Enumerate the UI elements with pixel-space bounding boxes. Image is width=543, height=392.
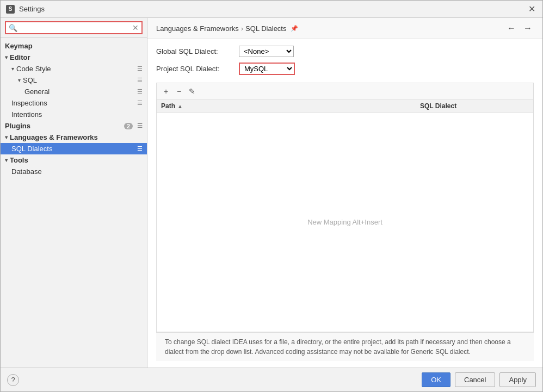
sidebar-item-keymap-label: Keymap xyxy=(5,42,143,50)
search-clear-button[interactable]: ✕ xyxy=(132,23,139,32)
sidebar-item-editor-label: Editor xyxy=(10,53,143,61)
panel-back-button[interactable]: ← xyxy=(505,22,517,34)
right-panel: Languages & Frameworks › SQL Dialects 📌 … xyxy=(147,18,542,368)
sidebar-item-sql-dialects-label: SQL Dialects xyxy=(11,145,135,153)
search-input-wrapper: 🔍 SQL Dialects ✕ xyxy=(5,21,143,34)
plugins-settings-icon: ☰ xyxy=(137,122,143,129)
bottom-right: OK Cancel Apply xyxy=(422,372,536,387)
mapping-table-section: + − ✎ Path ▲ SQL Dialect N xyxy=(156,83,534,332)
panel-footer-info: To change SQL dialect IDEA uses for a fi… xyxy=(156,332,534,361)
sidebar-item-tools-label: Tools xyxy=(10,156,143,164)
sidebar-item-inspections[interactable]: Inspections ☰ xyxy=(1,97,147,109)
panel-navigation: ← → xyxy=(505,22,534,34)
sql-chevron: ▾ xyxy=(18,77,21,83)
table-header-dialect: SQL Dialect xyxy=(420,102,529,110)
edit-mapping-button[interactable]: ✎ xyxy=(186,85,198,97)
sidebar-item-general[interactable]: General ☰ xyxy=(1,86,147,97)
project-dialect-row: Project SQL Dialect: <None> MySQL Postgr… xyxy=(156,63,534,75)
languages-chevron: ▾ xyxy=(5,134,8,140)
sidebar-item-sql[interactable]: ▾ SQL ☰ xyxy=(1,74,147,86)
title-bar-left: S Settings xyxy=(6,5,45,14)
empty-table-hint: New Mapping Alt+Insert xyxy=(307,218,382,226)
breadcrumb-pin-icon: 📌 xyxy=(291,25,298,32)
sidebar-item-sql-label: SQL xyxy=(23,76,135,84)
panel-forward-button[interactable]: → xyxy=(522,22,534,34)
sidebar-item-code-style[interactable]: ▾ Code Style ☰ xyxy=(1,63,147,74)
close-button[interactable]: ✕ xyxy=(526,4,537,15)
table-body: New Mapping Alt+Insert xyxy=(157,113,533,332)
sidebar-item-inspections-label: Inspections xyxy=(11,99,135,107)
sidebar-item-intentions-label: Intentions xyxy=(11,110,143,119)
ok-button[interactable]: OK xyxy=(422,372,451,387)
search-input[interactable]: SQL Dialects xyxy=(20,24,130,32)
plugins-badge: 2 xyxy=(124,123,133,129)
breadcrumb: Languages & Frameworks › SQL Dialects 📌 xyxy=(156,24,298,33)
sql-dialects-settings-icon: ☰ xyxy=(137,145,143,152)
bottom-bar: ? OK Cancel Apply xyxy=(1,368,542,391)
sidebar-item-code-style-label: Code Style xyxy=(16,65,135,73)
sidebar-item-database-label: Database xyxy=(11,167,143,176)
table-toolbar: + − ✎ xyxy=(157,83,533,100)
tools-chevron: ▾ xyxy=(5,157,8,163)
breadcrumb-part1: Languages & Frameworks xyxy=(156,24,239,33)
project-dialect-select[interactable]: <None> MySQL PostgreSQL SQLite Oracle SQ… xyxy=(239,63,295,75)
sidebar-item-tools[interactable]: ▾ Tools xyxy=(1,154,147,166)
window-title: Settings xyxy=(19,5,45,13)
breadcrumb-part2: SQL Dialects xyxy=(245,24,286,33)
sidebar-item-database[interactable]: Database xyxy=(1,166,147,177)
settings-window: S Settings ✕ 🔍 SQL Dialects ✕ Keymap xyxy=(0,0,543,392)
global-dialect-select[interactable]: <None> MySQL PostgreSQL SQLite Oracle SQ… xyxy=(239,46,294,57)
apply-button[interactable]: Apply xyxy=(499,372,536,387)
path-sort-arrow: ▲ xyxy=(177,103,183,109)
cancel-button[interactable]: Cancel xyxy=(455,372,495,387)
editor-chevron: ▾ xyxy=(5,54,8,60)
search-box: 🔍 SQL Dialects ✕ xyxy=(1,18,147,38)
breadcrumb-separator: › xyxy=(241,24,243,33)
panel-body: Global SQL Dialect: <None> MySQL Postgre… xyxy=(147,39,542,368)
app-icon: S xyxy=(6,5,15,14)
search-icon: 🔍 xyxy=(9,24,17,32)
bottom-left: ? xyxy=(7,374,19,386)
main-content: 🔍 SQL Dialects ✕ Keymap ▾ Editor ▾ xyxy=(1,18,542,368)
footer-info-text: To change SQL dialect IDEA uses for a fi… xyxy=(165,338,511,356)
sidebar-item-languages-label: Languages & Frameworks xyxy=(10,133,143,141)
sidebar: 🔍 SQL Dialects ✕ Keymap ▾ Editor ▾ xyxy=(1,18,147,368)
title-bar: S Settings ✕ xyxy=(1,1,542,18)
table-header: Path ▲ SQL Dialect xyxy=(157,100,533,113)
global-dialect-row: Global SQL Dialect: <None> MySQL Postgre… xyxy=(156,46,534,57)
global-dialect-label: Global SQL Dialect: xyxy=(156,47,232,55)
code-style-chevron: ▾ xyxy=(11,66,14,72)
code-style-settings-icon: ☰ xyxy=(137,65,143,72)
add-mapping-button[interactable]: + xyxy=(160,85,172,97)
general-settings-icon: ☰ xyxy=(137,88,143,95)
sidebar-item-general-label: General xyxy=(24,88,135,96)
sidebar-item-keymap[interactable]: Keymap xyxy=(1,40,147,52)
sidebar-item-editor[interactable]: ▾ Editor xyxy=(1,52,147,63)
sidebar-item-plugins[interactable]: Plugins 2 ☰ xyxy=(1,120,147,132)
help-button[interactable]: ? xyxy=(7,374,19,386)
remove-mapping-button[interactable]: − xyxy=(173,85,185,97)
sidebar-item-languages-frameworks[interactable]: ▾ Languages & Frameworks xyxy=(1,132,147,143)
inspections-settings-icon: ☰ xyxy=(137,99,143,107)
sidebar-item-intentions[interactable]: Intentions xyxy=(1,109,147,120)
sidebar-item-plugins-label: Plugins xyxy=(5,122,124,130)
panel-header: Languages & Frameworks › SQL Dialects 📌 … xyxy=(147,18,542,39)
nav-tree: Keymap ▾ Editor ▾ Code Style ☰ ▾ SQL ☰ xyxy=(1,38,147,368)
sidebar-item-sql-dialects[interactable]: SQL Dialects ☰ xyxy=(1,143,147,154)
table-header-path: Path ▲ xyxy=(161,102,420,110)
project-dialect-label: Project SQL Dialect: xyxy=(156,65,232,73)
sql-settings-icon: ☰ xyxy=(137,77,143,84)
app-icon-letter: S xyxy=(9,6,13,12)
